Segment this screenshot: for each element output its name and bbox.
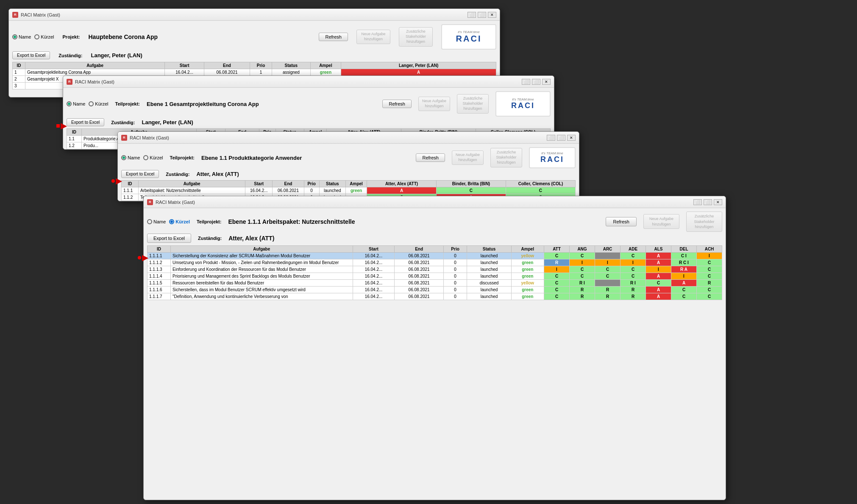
win3-table-header: ID Aufgabe Start End Prio Status Ampel A… [122,181,576,187]
cell-status: launched [467,273,511,279]
win1-neue-aufgabe-btn: Neue Aufgabehinzufügen [356,30,390,44]
win3-radio-name-circle[interactable] [121,155,126,160]
titlebar-4[interactable]: R RACI Matrix (Gast) ⬜ ⬜ ✕ [144,196,726,208]
win1-stakeholder-btn: ZusätzlicheStakeholderhinzufügen [399,27,433,46]
titlebar-1[interactable]: R RACI Matrix (Gast) ⬜ ⬜ ✕ [9,9,500,21]
win3-refresh-btn[interactable]: Refresh [416,153,445,162]
table-row[interactable]: 1.1.1.6 Sicherstellen, dass im Modul Ben… [147,286,722,293]
cell-ach: C [697,273,722,279]
win2-radio-kurzel[interactable]: Kürzel [89,101,108,106]
win2-toolbar-row2: Export to Excel Zuständig: Langer, Peter… [67,118,551,126]
cell-end: 06.08.2021 [395,293,443,300]
table-row[interactable]: 1.1.1.5 Ressourcen bereitstellen für das… [147,279,722,286]
win1-minimize[interactable]: ⬜ [467,12,476,18]
win2-zustaendig-label: Zuständig: [111,120,135,125]
app-icon-1: R [12,12,18,18]
win1-radio-name-circle[interactable] [12,34,17,39]
win4-col-status: Status [467,245,511,252]
win4-table-container[interactable]: ID Aufgabe Start End Prio Status Ampel A… [147,245,722,300]
win1-col-prio: Prio [250,62,272,69]
win2-minimize[interactable]: ⬜ [522,79,530,85]
win3-radio-name-label: Name [128,155,140,160]
window-controls-2[interactable]: ⬜ ⬜ ✕ [522,79,551,85]
window-controls-1[interactable]: ⬜ ⬜ ✕ [467,12,496,18]
win1-toolbar-row2: Export to Excel Zuständig: Langer, Peter… [12,51,496,59]
table-row[interactable]: 1.1.1.7 "Definition, Anwendung und konti… [147,293,722,300]
win4-radio-name-circle[interactable] [147,219,152,224]
cell-id: 2 [13,76,25,83]
win3-stakeholder-btn: ZusätzlicheStakeholderhinzufügen [490,148,522,167]
win1-close[interactable]: ✕ [488,12,496,18]
win1-col-ampel: Ampel [310,62,341,69]
cell-ang: C [570,273,595,279]
win4-teilprojekt-label: Teilprojekt: [197,219,221,224]
win4-radio-kurzel-circle[interactable] [169,219,174,224]
titlebar-3[interactable]: R RACI Matrix (Gast) ⬜ ⬜ ✕ [118,132,579,144]
win2-radio-name-circle[interactable] [67,101,72,106]
table-row[interactable]: 1.1.1.1 Sicherstellung der Konsistenz al… [147,252,722,259]
win4-export-btn[interactable]: Export to Excel [147,234,191,243]
win1-maximize[interactable]: ⬜ [478,12,486,18]
win1-col-status: Status [272,62,311,69]
cell-id: 1.1 [67,136,82,142]
win3-col-end: End [273,181,304,187]
win1-radio-kurzel-circle[interactable] [34,34,39,39]
win2-logo: it's TEAM.time RACI [495,91,551,117]
titlebar-2[interactable]: R RACI Matrix (Gast) ⬜ ⬜ ✕ [63,76,554,88]
win4-zustaendig-label: Zuständig: [198,236,222,241]
window-controls-3[interactable]: ⬜ ⬜ ✕ [547,135,576,141]
cell-ang: R [570,293,595,300]
win1-refresh-btn[interactable]: Refresh [319,33,348,41]
win2-radio-name[interactable]: Name [67,101,85,106]
win2-close[interactable]: ✕ [542,79,551,85]
cell-del: R A [671,266,697,273]
win4-col-aufgabe: Aufgabe [171,245,353,252]
win2-maximize[interactable]: ⬜ [532,79,540,85]
win3-radio-kurzel[interactable]: Kürzel [143,155,163,160]
win3-radio-kurzel-circle[interactable] [143,155,148,160]
win3-export-btn[interactable]: Export to Excel [121,170,159,178]
win3-close[interactable]: ✕ [567,135,576,141]
win4-toolbar-row2: Export to Excel Zuständig: Atter, Alex (… [147,234,722,243]
table-row[interactable]: 1 Gesamtprojektleitung Corona App 16.04.… [13,69,496,76]
cell-als: A [646,259,671,266]
win1-radio-kurzel[interactable]: Kürzel [34,34,54,39]
window-controls-4[interactable]: ⬜ ⬜ ✕ [693,199,722,205]
win2-zustaendig-value: Langer, Peter (LAN) [142,119,193,125]
win3-minimize[interactable]: ⬜ [547,135,555,141]
win4-close[interactable]: ✕ [714,199,722,205]
table-row[interactable]: 1.1.1 Arbeitspaket: Nutzerschnittstelle … [122,187,576,194]
window-title-2: RACI Matrix (Gast) [75,79,519,84]
cell-att: C [544,273,570,279]
win4-col-start: Start [353,245,395,252]
win1-radio-name[interactable]: Name [12,34,31,39]
win4-radio-name[interactable]: Name [147,219,166,224]
win3-logo-inner: it's TEAM.time RACI [540,151,564,164]
win4-refresh-btn[interactable]: Refresh [606,217,637,226]
win1-radio-kurzel-label: Kürzel [41,34,54,39]
win4-col-als: ALS [646,245,671,252]
cell-del: R C I [671,259,697,266]
cell-prio: 0 [443,273,467,279]
win2-export-btn[interactable]: Export to Excel [67,118,104,126]
cell-id: 1.1.1.4 [147,273,171,279]
win3-radio-name[interactable]: Name [121,155,140,160]
win4-radio-kurzel[interactable]: Kürzel [169,219,190,224]
table-row[interactable]: 1.1.1.2 Umsetzung von Produkt - Mission,… [147,259,722,266]
win4-minimize[interactable]: ⬜ [693,199,702,205]
win2-projekt-value: Ebene 1 Gesamtprojektleitung Corona App [147,101,259,107]
table-row[interactable]: 1.1.1.4 Priorisierung und Management des… [147,273,722,279]
cell-start: 16.04.2... [165,69,204,76]
win2-radio-group: Name Kürzel [67,101,109,106]
cell-end: 06.08.2021 [204,69,250,76]
win1-export-btn[interactable]: Export to Excel [12,51,50,59]
win4-maximize[interactable]: ⬜ [704,199,712,205]
win2-radio-kurzel-circle[interactable] [89,101,94,106]
cell-id: 1.1.1 [122,187,139,194]
win3-maximize[interactable]: ⬜ [557,135,565,141]
win2-refresh-btn[interactable]: Refresh [382,100,412,108]
cell-aufgabe: Sicherstellen, dass im Modul Benutzer SC… [171,286,353,293]
win4-radio-kurzel-label: Kürzel [175,219,190,224]
table-row[interactable]: 1.1.1.3 Einforderung und Koordination de… [147,266,722,273]
cell-aufgabe: Ressourcen bereitstellen für das Modul B… [171,279,353,286]
